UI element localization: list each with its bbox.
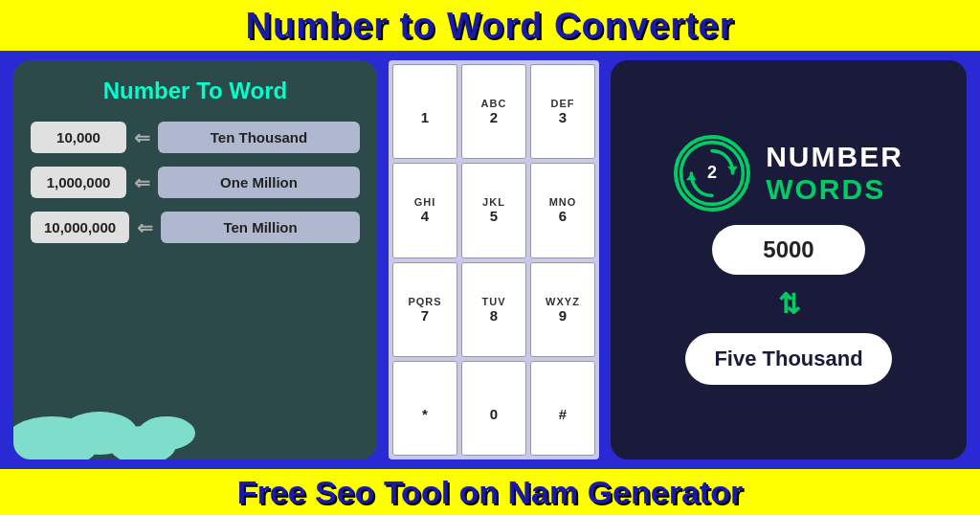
input-value-display: 5000	[712, 225, 865, 275]
key-4[interactable]: GHI 4	[392, 163, 457, 258]
number-box-3: 10,000,000	[31, 212, 129, 243]
header: Number to Word Converter	[0, 0, 980, 51]
key-5[interactable]: JKL 5	[461, 163, 526, 258]
conversion-row-2: 1,000,000 ⇐ One Million	[31, 167, 360, 198]
converter-icon: 2	[674, 135, 750, 212]
clouds-decoration	[13, 402, 377, 459]
right-label-words: WORDS	[766, 173, 903, 206]
circle-arrows-svg: 2	[678, 135, 746, 212]
right-labels: NUMBER WORDS	[766, 141, 903, 206]
word-box-1: Ten Thousand	[158, 122, 360, 153]
right-panel: 2 NUMBER WORDS 5000 ⇅ Five Thousand	[611, 60, 967, 459]
word-box-3: Ten Million	[161, 212, 360, 243]
footer: Free Seo Tool on Nam Generator	[0, 469, 980, 515]
svg-text:2: 2	[707, 163, 717, 182]
number-box-2: 1,000,000	[31, 167, 126, 198]
left-panel: Number To Word 10,000 ⇐ Ten Thousand 1,0…	[13, 60, 377, 459]
arrow-icon-3: ⇐	[137, 216, 153, 239]
key-7[interactable]: PQRS 7	[392, 262, 457, 357]
arrow-icon-1: ⇐	[134, 126, 150, 149]
footer-title: Free Seo Tool on Nam Generator	[237, 474, 743, 510]
svg-marker-2	[686, 173, 697, 180]
conversion-row-3: 10,000,000 ⇐ Ten Million	[31, 212, 360, 243]
key-hash[interactable]: #	[530, 361, 595, 456]
keypad-panel: 1 ABC 2 DEF 3 GHI 4 JKL 5 MNO 6 PQRS 7 T…	[389, 60, 599, 459]
left-panel-title: Number To Word	[31, 78, 360, 104]
key-0[interactable]: 0	[461, 361, 526, 456]
key-8[interactable]: TUV 8	[461, 262, 526, 357]
right-top: 2 NUMBER WORDS	[674, 135, 903, 212]
key-2[interactable]: ABC 2	[461, 64, 526, 159]
right-label-number: NUMBER	[766, 141, 903, 173]
number-box-1: 10,000	[31, 122, 126, 153]
header-title: Number to Word Converter	[245, 6, 734, 46]
word-box-2: One Million	[158, 167, 360, 198]
main-content: Number To Word 10,000 ⇐ Ten Thousand 1,0…	[0, 51, 980, 469]
up-down-arrows-icon: ⇅	[778, 288, 800, 320]
arrow-icon-2: ⇐	[134, 171, 150, 194]
output-value-display: Five Thousand	[685, 333, 891, 385]
key-6[interactable]: MNO 6	[530, 163, 595, 258]
key-9[interactable]: WXYZ 9	[530, 262, 595, 357]
key-3[interactable]: DEF 3	[530, 64, 595, 159]
key-1[interactable]: 1	[392, 64, 457, 159]
svg-marker-1	[727, 167, 738, 173]
conversion-row-1: 10,000 ⇐ Ten Thousand	[31, 122, 360, 153]
cloud-4	[138, 416, 195, 450]
key-star[interactable]: *	[392, 361, 457, 456]
